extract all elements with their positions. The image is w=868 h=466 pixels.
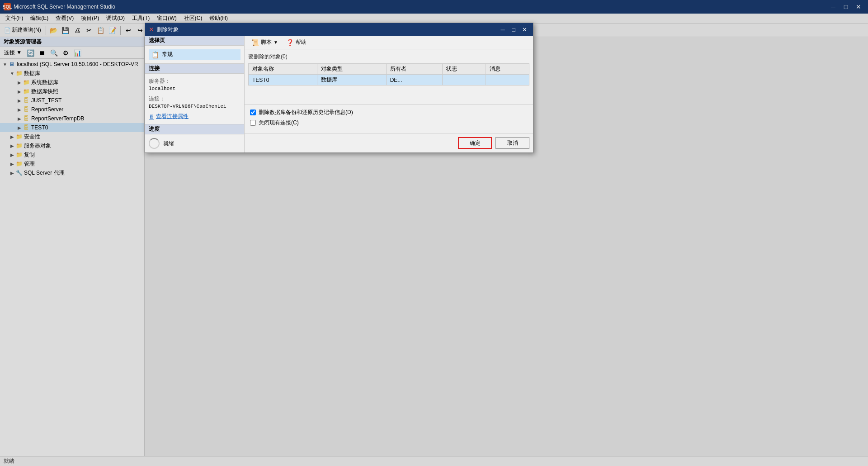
connection-user-label: 连接： (149, 95, 241, 103)
option-label-1: 删除数据库备份和还原历史记录信息(D) (259, 109, 353, 116)
connection-user-value: DESKTOP-VRLN86F\CaoChenLei (149, 104, 241, 109)
app-window: SQL Microsoft SQL Server Management Stud… (0, 0, 868, 466)
progress-spinner (149, 138, 160, 149)
option-row-2: 关闭现有连接(C) (250, 119, 528, 127)
delete-dialog: ✕ 删除对象 ─ □ ✕ 选择页 📋 (145, 23, 533, 153)
objects-title: 要删除的对象(0) (248, 53, 529, 61)
cell-status (442, 75, 486, 86)
dialog-title-text: 删除对象 (157, 26, 179, 33)
view-connection-link[interactable]: 🖥 查看连接属性 (149, 113, 241, 120)
progress-text: 就绪 (163, 140, 174, 147)
script-label: 脚本 (261, 38, 272, 46)
server-value: localhost (149, 86, 241, 91)
cell-owner: DE... (386, 75, 442, 86)
options-area: 删除数据库备份和还原历史记录信息(D) 关闭现有连接(C) (245, 105, 533, 133)
dialog-title-bar: ✕ 删除对象 ─ □ ✕ (145, 23, 533, 36)
connection-section: 连接 服务器： localhost 连接： DESKTOP-VRLN86F\Ca… (145, 63, 244, 124)
col-owner: 所有者 (386, 64, 442, 75)
dialog-close-button[interactable]: ✕ (519, 25, 529, 33)
objects-table: 对象名称 对象类型 所有者 状态 消息 TEST0 数据 (248, 63, 529, 86)
cell-name: TEST0 (249, 75, 317, 86)
help-icon: ❓ (286, 39, 294, 46)
server-label: 服务器： (149, 77, 241, 85)
option-checkbox-2[interactable] (250, 120, 256, 126)
view-connection-icon: 🖥 (149, 114, 154, 120)
modal-overlay: ✕ 删除对象 ─ □ ✕ 选择页 📋 (0, 0, 868, 466)
selection-header: 选择页 (145, 36, 244, 46)
help-label: 帮助 (296, 38, 307, 46)
connection-info: 服务器： localhost 连接： DESKTOP-VRLN86F\CaoCh… (145, 74, 244, 124)
dialog-minimize-button[interactable]: ─ (498, 25, 508, 33)
dialog-body: 选择页 📋 常规 连接 服务器： localhost 连接： (145, 36, 533, 152)
col-type: 对象类型 (317, 64, 386, 75)
general-label: 常规 (162, 51, 173, 58)
view-connection-text: 查看连接属性 (156, 113, 189, 120)
cell-message (486, 75, 529, 86)
col-message: 消息 (486, 64, 529, 75)
header-row: 对象名称 对象类型 所有者 状态 消息 (249, 64, 529, 75)
help-button[interactable]: ❓ 帮助 (283, 38, 310, 48)
cell-type: 数据库 (317, 75, 386, 86)
dialog-maximize-button[interactable]: □ (509, 25, 519, 33)
dialog-right-panel: 📜 脚本 ▼ ❓ 帮助 要删除的对象(0) (245, 36, 533, 152)
table-row[interactable]: TEST0 数据库 DE... (249, 75, 529, 86)
progress-header: 进度 (145, 124, 244, 134)
dialog-toolbar: 📜 脚本 ▼ ❓ 帮助 (245, 36, 533, 49)
dialog-title-left: ✕ 删除对象 (149, 26, 179, 33)
general-icon: 📋 (151, 51, 159, 58)
selection-item-general[interactable]: 📋 常规 (149, 49, 241, 60)
connection-header: 连接 (145, 64, 244, 74)
col-status: 状态 (442, 64, 486, 75)
script-dropdown-arrow: ▼ (274, 40, 278, 45)
dialog-left-panel: 选择页 📋 常规 连接 服务器： localhost 连接： (145, 36, 245, 152)
option-row-1: 删除数据库备份和还原历史记录信息(D) (250, 109, 528, 116)
cancel-button[interactable]: 取消 (495, 137, 529, 149)
table-body: TEST0 数据库 DE... (249, 75, 529, 86)
progress-content: 就绪 (145, 134, 244, 152)
dialog-title-icon: ✕ (149, 26, 154, 33)
table-header: 对象名称 对象类型 所有者 状态 消息 (249, 64, 529, 75)
col-name: 对象名称 (249, 64, 317, 75)
script-icon: 📜 (251, 39, 259, 46)
dialog-title-controls: ─ □ ✕ (498, 25, 529, 33)
dialog-footer: 确定 取消 (245, 133, 533, 152)
objects-section: 要删除的对象(0) 对象名称 对象类型 所有者 状态 消息 (245, 49, 533, 105)
option-checkbox-1[interactable] (250, 109, 256, 115)
ok-button[interactable]: 确定 (458, 137, 492, 149)
script-button[interactable]: 📜 脚本 ▼ (248, 38, 281, 48)
selection-list: 📋 常规 (145, 46, 244, 63)
progress-section: 进度 就绪 (145, 124, 244, 152)
option-label-2: 关闭现有连接(C) (259, 119, 299, 127)
